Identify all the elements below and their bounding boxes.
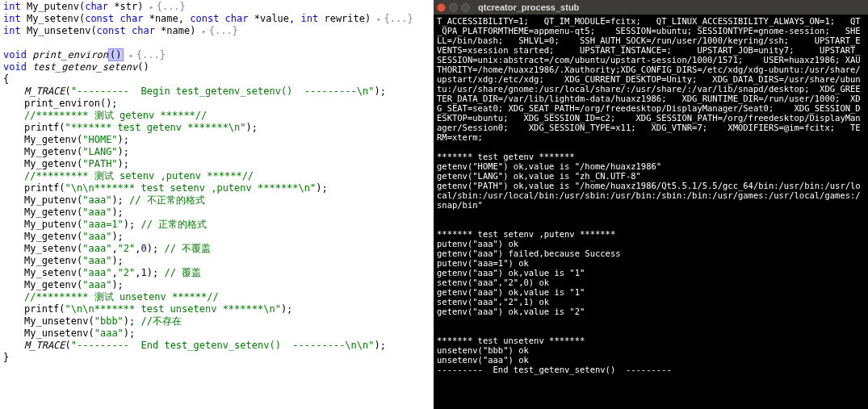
terminal-output[interactable]: T_ACCESSIBILITY=1; QT_IM_MODULE=fcitx; Q… (434, 15, 868, 409)
terminal-window: qtcreator_process_stub T_ACCESSIBILITY=1… (434, 0, 868, 409)
terminal-line: setenv("aaa","2",0) ok (437, 278, 865, 287)
fold-marker[interactable]: {...} (129, 49, 166, 61)
code-line[interactable]: void test_getenv_setenv() (2, 61, 432, 73)
terminal-line: getenv("aaa") failed,because Success (437, 248, 865, 258)
code-line[interactable]: My_getenv("aaa"); (2, 231, 432, 243)
code-line[interactable]: My_getenv("PATH"); (2, 158, 432, 170)
terminal-line: unsetenv("bbb") ok (437, 345, 865, 355)
fold-marker[interactable]: {...} (202, 25, 238, 36)
maximize-icon[interactable] (461, 3, 470, 12)
terminal-line: getenv("HOME") ok,value is "/home/huaxz1… (437, 161, 865, 171)
code-line[interactable]: My_getenv("HOME"); (2, 134, 432, 146)
terminal-line (437, 219, 865, 229)
terminal-titlebar[interactable]: qtcreator_process_stub (434, 0, 868, 15)
code-line[interactable]: My_putenv("aaa=1"); // 正常的格式 (2, 219, 432, 231)
close-icon[interactable] (437, 3, 446, 12)
code-line[interactable]: //********* 测试 unsetenv ******// (2, 291, 432, 303)
terminal-line (437, 326, 865, 336)
code-line[interactable]: { (2, 73, 432, 86)
code-line[interactable]: int My_setenv(const char *name, const ch… (2, 13, 432, 25)
terminal-title: qtcreator_process_stub (478, 2, 579, 12)
terminal-line (437, 316, 865, 326)
terminal-line: getenv("aaa") ok,value is "1" (437, 268, 865, 278)
terminal-line (437, 142, 865, 152)
fold-marker[interactable]: {...} (376, 13, 413, 24)
code-line[interactable]: My_getenv("aaa"); (2, 255, 432, 267)
terminal-line: unsetenv("aaa") ok (437, 355, 865, 365)
terminal-line (437, 210, 865, 219)
code-line[interactable]: M_TRACE("--------- End test_getenv_seten… (2, 340, 432, 352)
code-line[interactable]: int My_unsetenv(const char *name) {...} (2, 25, 432, 37)
code-line[interactable]: printf("\n\n******* test unsetenv ******… (2, 303, 432, 315)
code-line[interactable]: //********* 测试 setenv ,putenv ******// (2, 170, 432, 182)
code-line[interactable]: void print_environ() {...} (2, 49, 432, 61)
code-line[interactable]: M_TRACE("--------- Begin test_getenv_set… (2, 86, 432, 98)
code-line[interactable] (2, 37, 432, 49)
code-line[interactable]: My_putenv("aaa"); // 不正常的格式 (2, 194, 432, 207)
code-line[interactable]: //********* 测试 getenv ******// (2, 110, 432, 122)
code-line[interactable]: printf("******* test getenv *******\n"); (2, 122, 432, 134)
terminal-line: getenv("LANG") ok,value is "zh_CN.UTF-8" (437, 171, 865, 181)
terminal-line: T_ACCESSIBILITY=1; QT_IM_MODULE=fcitx; Q… (437, 16, 865, 142)
code-line[interactable]: } (2, 352, 432, 364)
terminal-line: setenv("aaa","2",1) ok (437, 297, 865, 307)
code-line[interactable]: print_environ(); (2, 98, 432, 110)
terminal-line: getenv("aaa") ok,value is "1" (437, 287, 865, 297)
terminal-line: getenv("PATH") ok,value is "/home/huaxz1… (437, 181, 865, 210)
code-line[interactable]: int My_putenv(char *str) {...} (2, 1, 432, 13)
code-line[interactable]: My_unsetenv("bbb"); //不存在 (2, 315, 432, 328)
minimize-icon[interactable] (449, 3, 458, 12)
code-line[interactable]: My_setenv("aaa","2",0); // 不覆盖 (2, 243, 432, 255)
fold-marker[interactable]: {...} (149, 1, 186, 12)
code-editor[interactable]: int My_putenv(char *str) {...}int My_set… (0, 0, 434, 409)
code-line[interactable]: My_getenv("aaa"); (2, 207, 432, 219)
terminal-line: --------- End test_getenv_setenv() -----… (437, 365, 865, 374)
terminal-line: getenv("aaa") ok,value is "2" (437, 307, 865, 316)
terminal-line: ******* test getenv ******* (437, 152, 865, 161)
terminal-line: putenv("aaa=1") ok (437, 258, 865, 268)
code-line[interactable]: printf("\n\n******* test setenv ,putenv … (2, 182, 432, 194)
terminal-line: putenv("aaa") ok (437, 239, 865, 248)
code-line[interactable]: My_getenv("aaa"); (2, 279, 432, 291)
code-line[interactable]: My_setenv("aaa","2",1); // 覆盖 (2, 267, 432, 279)
terminal-line: ******* test unsetenv ******* (437, 336, 865, 345)
code-line[interactable]: My_getenv("LANG"); (2, 146, 432, 158)
code-line[interactable]: My_unsetenv("aaa"); (2, 328, 432, 340)
terminal-line: ******* test setenv ,putenv ******* (437, 229, 865, 239)
